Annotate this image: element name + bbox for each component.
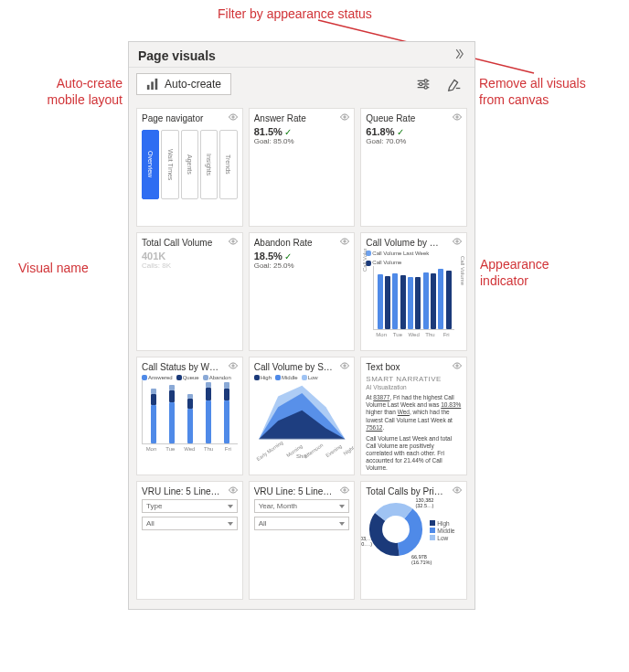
slicer-value-dropdown: All (254, 517, 350, 530)
annotation-filter: Filter by appearance status (218, 5, 372, 22)
chart-legend: Answered Queue Abandon (142, 375, 238, 380)
kpi-sub: Calls: 8K (142, 261, 238, 270)
tile-title: VRU Line: 5 Line… (254, 486, 336, 496)
tile-call-volume-by-shift[interactable]: Call Volume by S… High Middle Low (249, 357, 356, 475)
tile-title: Total Calls by Pri… (366, 486, 448, 496)
svg-point-18 (344, 365, 346, 367)
appearance-indicator-icon[interactable] (228, 360, 239, 373)
page-tab: Wait Times (161, 130, 178, 199)
tile-page-navigator[interactable]: Page navigator Overview Wait Times Agent… (136, 108, 243, 227)
appearance-indicator-icon[interactable] (339, 236, 350, 249)
svg-point-22 (344, 489, 346, 491)
tile-title: Total Call Volume (142, 238, 224, 248)
check-icon: ✓ (284, 127, 292, 137)
appearance-indicator-icon[interactable] (228, 485, 239, 497)
tile-title: Text box (366, 362, 448, 372)
tile-vru-line-yearmonth[interactable]: VRU Line: 5 Line… Year, Month All (249, 481, 356, 600)
svg-rect-3 (155, 79, 158, 90)
kpi-value: 61.8% (366, 126, 394, 137)
appearance-indicator-icon[interactable] (452, 112, 463, 124)
kpi-goal: Goal: 25.0% (254, 261, 350, 270)
panel-title: Page visuals (138, 48, 216, 63)
tile-title: Call Volume by … (366, 238, 448, 248)
slicer-field-dropdown: Type (142, 499, 238, 513)
slicer-value-dropdown: All (142, 517, 238, 530)
kpi-value: 401K (142, 251, 165, 261)
appearance-indicator-icon[interactable] (228, 112, 239, 124)
check-icon: ✓ (397, 127, 404, 137)
filter-by-appearance-button[interactable] (410, 71, 436, 97)
tile-title: Queue Rate (366, 113, 448, 123)
tile-text-box[interactable]: Text box SMART NARRATIVE AI Visualizatio… (360, 357, 467, 475)
svg-point-7 (424, 80, 427, 82)
svg-point-14 (232, 240, 234, 242)
annotation-appearance-indicator: Appearance indicator (480, 256, 549, 289)
appearance-indicator-icon[interactable] (228, 236, 239, 249)
page-tab: Insights (200, 130, 218, 199)
appearance-indicator-icon[interactable] (339, 485, 350, 497)
svg-point-13 (456, 116, 458, 118)
tile-vru-line-type[interactable]: VRU Line: 5 Line… Type All (136, 481, 243, 600)
svg-point-23 (456, 489, 458, 491)
svg-point-17 (232, 365, 234, 367)
slicer-field-dropdown: Year, Month (254, 499, 350, 513)
svg-point-16 (456, 240, 458, 242)
svg-point-8 (420, 82, 422, 85)
svg-point-20 (456, 365, 458, 367)
tile-call-status-by-weekday[interactable]: Call Status by W… Answered Queue Abandon (136, 357, 243, 475)
appearance-indicator-icon[interactable] (339, 360, 350, 373)
appearance-indicator-icon[interactable] (339, 112, 350, 124)
chart-legend: Call Volume Last Week Call Volume (366, 251, 462, 266)
page-tab: Trends (219, 130, 237, 199)
svg-rect-1 (147, 85, 150, 90)
tile-queue-rate[interactable]: Queue Rate 61.8%✓ Goal: 70.0% (360, 108, 467, 227)
page-tab: Overview (142, 130, 159, 199)
remove-all-visuals-button[interactable] (442, 71, 467, 97)
auto-create-label: Auto-create (165, 78, 221, 91)
appearance-indicator-icon[interactable] (452, 485, 463, 497)
tile-title: Abandon Rate (254, 238, 336, 248)
appearance-indicator-icon[interactable] (452, 236, 463, 249)
svg-point-9 (424, 86, 427, 89)
annotation-auto-create: Auto-create mobile layout (13, 75, 123, 108)
tile-total-calls-by-priority[interactable]: Total Calls by Pri… 130,382(32.5…) (360, 481, 467, 600)
svg-point-15 (344, 240, 346, 242)
tile-answer-rate[interactable]: Answer Rate 81.5%✓ Goal: 85.0% (249, 108, 356, 227)
kpi-value: 18.5% (254, 251, 283, 261)
annotation-visual-name: Visual name (18, 260, 89, 276)
smart-narrative-text: SMART NARRATIVE AI Visualization At 8387… (361, 373, 466, 475)
auto-create-button[interactable]: Auto-create (136, 73, 231, 95)
tile-abandon-rate[interactable]: Abandon Rate 18.5%✓ Goal: 25.0% (249, 232, 356, 351)
tile-title: VRU Line: 5 Line… (142, 486, 224, 496)
page-visuals-panel: Page visuals Auto-create Page navigator (128, 41, 475, 610)
tile-title: Page navigator (142, 113, 224, 123)
kpi-value: 81.5% (254, 126, 283, 137)
tile-title: Answer Rate (254, 113, 336, 123)
donut-chart: 130,382(32.5…) 203,…(50.…) 66,978(16.71%… (366, 499, 426, 561)
area-chart (254, 380, 350, 446)
page-tab: Agents (181, 130, 198, 199)
annotation-remove-all: Remove all visuals from canvas (479, 75, 586, 108)
tile-title: Call Volume by S… (254, 362, 336, 372)
tile-total-call-volume[interactable]: Total Call Volume 401K Calls: 8K (136, 232, 243, 351)
svg-point-11 (232, 116, 234, 118)
tile-title: Call Status by W… (142, 362, 224, 372)
chart-legend: High Middle Low (430, 519, 454, 542)
expand-panel-icon[interactable] (453, 48, 465, 63)
svg-point-21 (232, 489, 234, 491)
kpi-goal: Goal: 85.0% (254, 137, 350, 145)
svg-rect-2 (151, 81, 154, 90)
kpi-goal: Goal: 70.0% (366, 137, 462, 145)
y-axis-label: Call Volume Last Week (362, 249, 368, 272)
y-axis-label: Call Volume (460, 255, 465, 284)
tile-call-volume-by-weekday[interactable]: Call Volume by … Call Volume Last Week C… (360, 232, 467, 351)
svg-point-12 (344, 116, 346, 118)
check-icon: ✓ (284, 251, 292, 261)
appearance-indicator-icon[interactable] (452, 360, 463, 373)
